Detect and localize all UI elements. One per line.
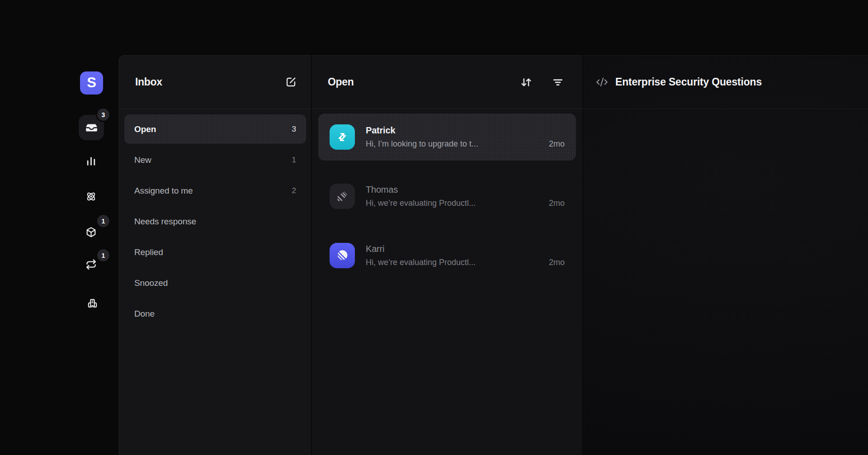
app-logo-letter: S <box>87 76 96 90</box>
conversation-preview: Hi, we’re evaluating Productl... <box>366 258 542 267</box>
repeat-arrows-icon <box>85 258 97 270</box>
nav-inbox-badge: 3 <box>97 109 109 121</box>
view-count: 1 <box>292 156 296 165</box>
view-count: 2 <box>292 186 296 195</box>
app-root: S 3 <box>0 0 868 455</box>
view-label: Replied <box>134 247 296 257</box>
view-count: 3 <box>292 125 296 134</box>
thomas-avatar <box>330 184 355 209</box>
conversation-meta: Patrick Hi, I’m looking to upgrade to t.… <box>366 125 565 149</box>
conversation-row-patrick[interactable]: Patrick Hi, I’m looking to upgrade to t.… <box>318 114 576 161</box>
atom-icon <box>85 190 97 203</box>
conversation-meta: Thomas Hi, we’re evaluating Productl... … <box>366 185 565 208</box>
inbox-view-assigned-to-me[interactable]: Assigned to me 2 <box>124 176 306 205</box>
sort-button[interactable] <box>520 76 533 89</box>
view-label: Needs response <box>134 217 296 227</box>
nav-products-badge: 1 <box>97 215 109 227</box>
nav-products-button[interactable] <box>85 226 97 238</box>
inbox-view-open[interactable]: Open 3 <box>124 114 306 144</box>
detail-panel-body <box>583 109 868 455</box>
sort-icon <box>520 76 533 89</box>
detail-panel-header: Enterprise Security Questions <box>583 56 868 109</box>
conversation-meta: Karri Hi, we’re evaluating Productl... 2… <box>366 244 565 267</box>
view-label: Open <box>134 124 292 134</box>
nav-rail: S 3 <box>0 0 119 455</box>
filter-icon <box>552 76 564 89</box>
inbox-view-needs-response[interactable]: Needs response <box>124 207 306 236</box>
nav-automation-button[interactable] <box>85 190 97 203</box>
list-panel-title: Open <box>328 76 354 88</box>
inbox-panel: Inbox Open 3 New 1 Assigned to me <box>119 55 311 455</box>
bar-chart-icon <box>85 155 97 167</box>
view-label: Snoozed <box>134 278 296 288</box>
building-icon <box>86 297 99 309</box>
conversation-name: Thomas <box>366 185 565 195</box>
inbox-view-new[interactable]: New 1 <box>124 145 306 175</box>
view-label: Done <box>134 309 296 319</box>
detail-panel-title: Enterprise Security Questions <box>615 76 762 88</box>
karri-avatar <box>330 243 355 268</box>
conversation-time: 2mo <box>549 139 565 149</box>
inbox-panel-title: Inbox <box>135 76 162 88</box>
filter-button[interactable] <box>552 76 564 89</box>
view-label: New <box>134 155 292 165</box>
conversation-preview: Hi, I’m looking to upgrade to t... <box>366 139 542 149</box>
inbox-view-done[interactable]: Done <box>124 299 306 328</box>
inbox-view-replied[interactable]: Replied <box>124 237 306 267</box>
nav-sync-badge: 1 <box>97 249 109 261</box>
conversation-detail-panel: Enterprise Security Questions <box>583 55 868 455</box>
app-logo[interactable]: S <box>80 71 103 95</box>
nav-company-button[interactable] <box>86 297 99 309</box>
conversation-time: 2mo <box>549 199 565 208</box>
cube-icon <box>85 226 97 238</box>
nav-sync-button[interactable] <box>85 258 97 270</box>
striped-arrow-logo-icon <box>335 189 349 204</box>
conversation-name: Karri <box>366 244 565 254</box>
list-panel-header: Open <box>312 56 582 109</box>
striped-globe-icon <box>335 248 349 263</box>
nav-analytics-button[interactable] <box>85 155 97 167</box>
conversation-list: Patrick Hi, I’m looking to upgrade to t.… <box>312 109 582 296</box>
inbox-icon <box>85 122 98 134</box>
inbox-views-list: Open 3 New 1 Assigned to me 2 Needs resp… <box>119 109 311 335</box>
code-icon <box>596 76 608 88</box>
inbox-panel-header: Inbox <box>119 56 311 109</box>
inbox-view-snoozed[interactable]: Snoozed <box>124 268 306 298</box>
diagonal-arrows-icon <box>335 130 349 144</box>
conversation-name: Patrick <box>366 125 565 136</box>
conversation-list-panel: Open <box>312 55 582 455</box>
compose-button[interactable] <box>284 76 297 89</box>
conversation-preview: Hi, we’re evaluating Productl... <box>366 199 542 208</box>
patrick-avatar <box>330 124 355 150</box>
conversation-row-karri[interactable]: Karri Hi, we’re evaluating Productl... 2… <box>318 232 576 279</box>
compose-icon <box>284 76 297 89</box>
view-label: Assigned to me <box>134 186 292 196</box>
conversation-time: 2mo <box>549 258 565 267</box>
conversation-row-thomas[interactable]: Thomas Hi, we’re evaluating Productl... … <box>318 173 576 220</box>
